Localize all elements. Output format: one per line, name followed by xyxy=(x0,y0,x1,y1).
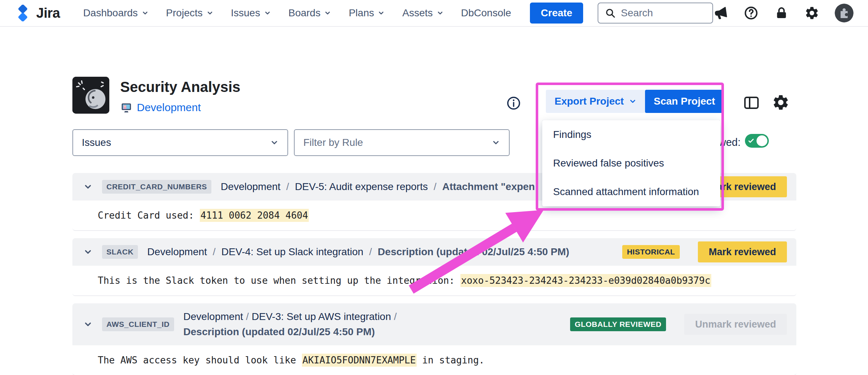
menu-item-reviewed-false-positives[interactable]: Reviewed false positives xyxy=(542,149,720,178)
nav-item-boards[interactable]: Boards xyxy=(288,7,332,19)
create-button[interactable]: Create xyxy=(530,3,583,24)
rule-badge: AWS_CLIENT_ID xyxy=(102,317,174,331)
mark-reviewed-button[interactable]: Mark reviewed xyxy=(698,241,787,262)
nav-item-assets[interactable]: Assets xyxy=(402,7,443,19)
search-icon xyxy=(605,8,616,18)
project-category-icon xyxy=(120,101,132,114)
search-input[interactable] xyxy=(621,7,706,19)
breadcrumb-location: Description (updated 02/Jul/25 4:50 PM) xyxy=(378,246,569,258)
finding-breadcrumb: Development/DEV-3: Set up AWS integratio… xyxy=(184,309,400,340)
status-badge-historical: HISTORICAL xyxy=(622,245,680,259)
status-badge-globally-reviewed: GLOBALLY REVIEWED xyxy=(570,317,666,331)
announcements-icon[interactable] xyxy=(712,4,729,21)
breadcrumb-project[interactable]: Development xyxy=(184,311,243,322)
rule-badge: CREDIT_CARD_NUMBERS xyxy=(102,180,211,194)
search-box[interactable] xyxy=(598,3,713,24)
finding-snippet: Credit Card used: 4111 0062 2084 4604 xyxy=(98,210,309,221)
collapse-chevron-icon[interactable] xyxy=(83,247,93,257)
chevron-down-icon xyxy=(629,97,637,105)
finding-snippet: This is the Slack token to use when sett… xyxy=(98,275,711,286)
finding-card-aws: AWS_CLIENT_ID Development/DEV-3: Set up … xyxy=(72,303,796,375)
scan-project-button[interactable]: Scan Project xyxy=(645,90,724,113)
sidebar-panel-icon[interactable] xyxy=(743,94,760,111)
export-project-button[interactable]: Export Project xyxy=(546,90,645,113)
breadcrumb-issue[interactable]: DEV-5: Audit expense reports xyxy=(295,181,428,193)
menu-item-findings[interactable]: Findings xyxy=(542,121,720,149)
nav-item-dashboards[interactable]: Dashboards xyxy=(83,7,149,19)
finding-content: The AWS access key should look like AKIA… xyxy=(72,345,796,375)
chevron-down-icon xyxy=(437,9,444,17)
nav-icons xyxy=(713,4,854,22)
jira-logo-text: Jira xyxy=(36,5,60,21)
info-icon[interactable] xyxy=(506,96,521,111)
filter-by-rule-select[interactable]: Filter by Rule xyxy=(294,129,510,156)
auto-hide-toggle[interactable] xyxy=(745,134,769,148)
project-link-development[interactable]: Development xyxy=(137,101,201,114)
help-icon[interactable] xyxy=(743,5,759,21)
collapse-chevron-icon[interactable] xyxy=(83,182,93,191)
avatar-image xyxy=(835,4,854,22)
project-avatar xyxy=(72,77,109,114)
export-dropdown-menu: Findings Reviewed false positives Scanne… xyxy=(542,120,720,206)
collapse-chevron-icon[interactable] xyxy=(83,320,93,329)
finding-content: This is the Slack token to use when sett… xyxy=(72,266,796,296)
lock-icon[interactable] xyxy=(774,5,789,21)
settings-gear-icon[interactable] xyxy=(804,5,819,21)
finding-header: SLACK Development / DEV-4: Set up Slack … xyxy=(72,238,796,266)
finding-card-slack: SLACK Development / DEV-4: Set up Slack … xyxy=(72,238,796,296)
finding-header: AWS_CLIENT_ID Development/DEV-3: Set up … xyxy=(72,303,796,345)
breadcrumb-issue[interactable]: DEV-3: Set up AWS integration xyxy=(252,311,391,322)
breadcrumb-project[interactable]: Development xyxy=(147,246,207,258)
chevron-down-icon xyxy=(270,138,279,147)
rule-badge: SLACK xyxy=(102,245,138,259)
breadcrumb-project[interactable]: Development xyxy=(221,181,281,193)
finding-breadcrumb: Development / DEV-4: Set up Slack integr… xyxy=(147,246,569,258)
jira-logo-icon xyxy=(14,5,31,21)
toggle-knob xyxy=(757,135,767,146)
top-navbar: Jira Dashboards Projects Issues Boards P… xyxy=(0,0,868,27)
breadcrumb-location: Attachment "expen xyxy=(442,181,535,193)
secret-highlight: xoxo-523423-234243-234233-e039d02840a0b9… xyxy=(460,274,711,287)
chevron-down-icon xyxy=(324,9,331,17)
breadcrumb-location: Description (updated 02/Jul/25 4:50 PM) xyxy=(184,324,400,340)
chevron-down-icon xyxy=(206,9,214,17)
chevron-down-icon xyxy=(142,9,149,17)
unmark-reviewed-button[interactable]: Unmark reviewed xyxy=(684,314,787,335)
user-avatar[interactable] xyxy=(835,4,854,22)
check-icon xyxy=(747,137,755,144)
chevron-down-icon xyxy=(492,138,500,147)
secret-highlight: 4111 0062 2084 4604 xyxy=(200,209,309,222)
project-settings-gear-icon[interactable] xyxy=(772,93,790,111)
nav-item-issues[interactable]: Issues xyxy=(231,7,271,19)
issues-select[interactable]: Issues xyxy=(72,129,288,156)
nav-item-plans[interactable]: Plans xyxy=(349,7,385,19)
jira-logo[interactable]: Jira xyxy=(14,5,60,21)
page-title: Security Analysis xyxy=(120,79,240,95)
secret-highlight: AKIAIO5FODNN7EXAMPLE xyxy=(302,354,417,367)
chevron-down-icon xyxy=(378,9,385,17)
project-avatar-art xyxy=(72,77,109,114)
breadcrumb-issue[interactable]: DEV-4: Set up Slack integration xyxy=(222,246,363,258)
finding-snippet: The AWS access key should look like AKIA… xyxy=(98,355,484,366)
menu-item-scanned-attachment-information[interactable]: Scanned attachment information xyxy=(542,178,720,206)
chevron-down-icon xyxy=(264,9,271,17)
nav-menu: Dashboards Projects Issues Boards Plans … xyxy=(83,7,511,19)
nav-item-dbconsole[interactable]: DbConsole xyxy=(461,7,511,19)
nav-item-projects[interactable]: Projects xyxy=(166,7,214,19)
finding-breadcrumb: Development / DEV-5: Audit expense repor… xyxy=(221,181,535,193)
project-breadcrumb: Development xyxy=(120,101,201,114)
